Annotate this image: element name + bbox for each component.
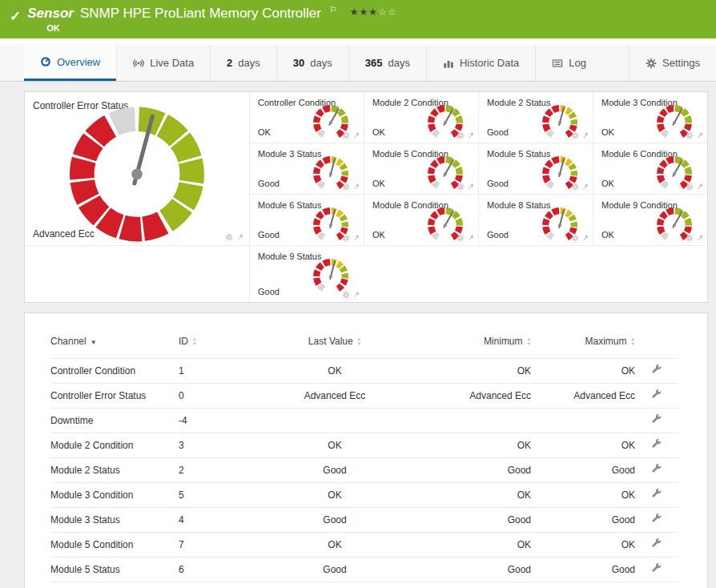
gauge-cell-controller-condition[interactable]: Controller ConditionOK <box>249 92 364 143</box>
table-row-module-5-condition: Module 5 Condition7OKOKOK <box>50 533 678 558</box>
channel-settings-wrench-icon[interactable] <box>652 389 662 400</box>
tab-log[interactable]: Log <box>535 45 602 81</box>
sort-both-icon: ▲▼ <box>357 337 361 346</box>
star-filled-icon[interactable]: ★ <box>350 6 360 18</box>
gauge-cell-module-8-condition[interactable]: Module 8 ConditionOK <box>364 195 478 246</box>
maximum-value: OK <box>531 483 635 508</box>
maximum-value: OK <box>531 582 635 588</box>
pin-icon[interactable] <box>352 291 360 299</box>
gauge-cell-module-3-status[interactable]: Module 3 StatusGood <box>249 143 364 195</box>
overview-icon <box>40 56 51 67</box>
gauge-cell-module-2-status[interactable]: Module 2 StatusGood <box>478 92 593 143</box>
pin-icon[interactable] <box>467 183 475 191</box>
pin-icon[interactable] <box>581 131 589 139</box>
channel-settings-wrench-icon[interactable] <box>652 439 662 449</box>
gear-icon[interactable] <box>571 234 579 242</box>
channel-settings-wrench-icon[interactable] <box>652 563 662 574</box>
column-header-last-value[interactable]: Last Value▲▼ <box>267 328 403 359</box>
pin-icon[interactable] <box>236 233 244 241</box>
last-value: OK <box>267 359 403 384</box>
channel-settings-wrench-icon[interactable] <box>652 489 662 499</box>
gauge-value: Good <box>258 287 280 296</box>
tab-live-data[interactable]: Live Data <box>116 45 210 81</box>
channel-settings-wrench-icon[interactable] <box>652 513 662 524</box>
channel-id: 9 <box>179 582 267 588</box>
header-gap <box>0 38 716 45</box>
star-filled-icon[interactable]: ★ <box>368 6 378 18</box>
column-header-id[interactable]: ID▲▼ <box>179 328 267 359</box>
tab-label: Overview <box>57 56 100 68</box>
gauge-cell-module-9-condition[interactable]: Module 9 ConditionOK <box>593 195 707 246</box>
minimum-value: OK <box>403 433 531 458</box>
gear-icon[interactable] <box>342 234 350 242</box>
channel-id: 1 <box>179 359 267 384</box>
pin-icon[interactable] <box>696 234 704 242</box>
gauge-cell-module-5-condition[interactable]: Module 5 ConditionOK <box>364 143 478 195</box>
pin-icon[interactable] <box>467 234 475 242</box>
tab-label: Log <box>569 57 586 69</box>
pin-icon[interactable] <box>581 183 589 191</box>
gear-icon[interactable] <box>342 131 350 139</box>
gear-icon[interactable] <box>457 131 465 139</box>
channel-name: Module 3 Status <box>50 508 179 533</box>
last-value: OK <box>267 483 403 508</box>
pin-icon[interactable] <box>352 183 360 191</box>
gear-icon[interactable] <box>686 183 694 191</box>
channel-name: Module 5 Condition <box>50 533 179 558</box>
channel-settings-wrench-icon[interactable] <box>652 364 662 375</box>
pin-icon[interactable] <box>696 183 704 191</box>
tab-2-days[interactable]: 2days <box>210 45 276 81</box>
gauge-cell-module-6-status[interactable]: Module 6 StatusGood <box>249 195 364 246</box>
gauge-cell-module-3-condition[interactable]: Module 3 ConditionOK <box>593 92 707 143</box>
column-header-maximum[interactable]: Maximum▲▼ <box>531 328 635 359</box>
star-empty-icon[interactable]: ☆ <box>378 6 388 18</box>
sort-both-icon: ▲▼ <box>527 337 531 346</box>
gauge-cell-module-9-status[interactable]: Module 9 StatusGood <box>249 246 364 302</box>
gauge-cell-module-6-condition[interactable]: Module 6 ConditionOK <box>593 143 707 195</box>
channel-settings-wrench-icon[interactable] <box>652 538 662 549</box>
gauge-cell-module-2-condition[interactable]: Module 2 ConditionOK <box>364 92 478 143</box>
last-value: Good <box>267 508 403 533</box>
gear-icon[interactable] <box>571 183 579 191</box>
pin-icon[interactable] <box>696 131 704 139</box>
gear-icon[interactable] <box>457 183 465 191</box>
maximum-value: OK <box>531 533 635 558</box>
column-header-minimum[interactable]: Minimum▲▼ <box>403 328 531 359</box>
tab-overview[interactable]: Overview <box>24 45 116 81</box>
gear-icon[interactable] <box>342 291 350 299</box>
gauge-value: Good <box>258 179 280 188</box>
gauge-cell-module-8-status[interactable]: Module 8 StatusGood <box>478 195 593 246</box>
tab-label: Historic Data <box>460 57 519 69</box>
gear-icon[interactable] <box>686 234 694 242</box>
gear-icon[interactable] <box>457 234 465 242</box>
gear-icon[interactable] <box>225 233 233 241</box>
channel-name: Module 2 Status <box>50 458 179 483</box>
table-row-controller-error-status: Controller Error Status0Advanced EccAdva… <box>50 384 678 409</box>
star-empty-icon[interactable]: ☆ <box>388 6 397 18</box>
pin-icon[interactable] <box>352 234 360 242</box>
column-header-channel[interactable]: Channel▼ <box>50 328 179 359</box>
gear-icon[interactable] <box>686 131 694 139</box>
sort-desc-icon: ▼ <box>91 339 97 346</box>
priority-stars[interactable]: ★★★☆☆ <box>350 6 397 18</box>
pin-icon[interactable] <box>467 131 475 139</box>
tab-historic-data[interactable]: Historic Data <box>426 45 535 81</box>
maximum-value: OK <box>531 433 635 458</box>
pin-icon[interactable] <box>352 131 360 139</box>
gear-icon[interactable] <box>342 183 350 191</box>
channels-panel: Channel▼ID▲▼Last Value▲▼Minimum▲▼Maximum… <box>24 312 708 588</box>
gauge-value: OK <box>258 127 271 137</box>
channel-settings-wrench-icon[interactable] <box>652 414 662 425</box>
primary-gauge-cell[interactable]: Controller Error Status Advanced Ecc <box>25 92 249 246</box>
pin-icon[interactable] <box>581 234 589 242</box>
star-filled-icon[interactable]: ★ <box>360 6 369 18</box>
gear-icon[interactable] <box>571 131 579 139</box>
tab-label: days <box>310 57 332 69</box>
gauge-cell-module-5-status[interactable]: Module 5 StatusGood <box>478 143 593 195</box>
tab-30-days[interactable]: 30days <box>276 45 348 81</box>
status-check-icon: ✓ <box>10 8 21 25</box>
channel-settings-wrench-icon[interactable] <box>652 464 662 474</box>
tab-365-days[interactable]: 365days <box>348 45 426 81</box>
settings-icon <box>646 58 657 69</box>
tab-settings[interactable]: Settings <box>629 45 716 81</box>
